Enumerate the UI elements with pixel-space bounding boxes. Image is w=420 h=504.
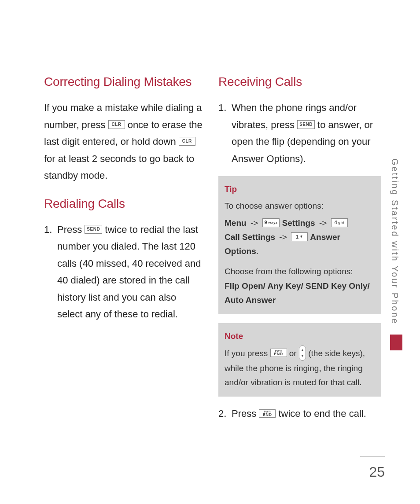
left-column: Correcting Dialing Mistakes If you make …: [44, 75, 203, 431]
end-key-icon: PWR END: [259, 409, 276, 418]
step-number: 1.: [218, 99, 232, 117]
text-fragment: or: [289, 349, 299, 358]
clr-key-icon: CLR: [108, 120, 125, 129]
end-key-icon: PWR END: [270, 349, 287, 357]
key-sub: ✶: [300, 234, 303, 240]
note-body: If you press PWR END or ▴▾ (the side key…: [225, 346, 375, 390]
receiving-steps: 1. When the phone rings and/or vibrates,…: [218, 99, 381, 167]
tip-sequence: Menu -> 9wxyz Settings -> 4ghi Call Sett…: [225, 216, 375, 259]
tip-options: Flip Open/ Any Key/ SEND Key Only/ Auto …: [225, 279, 375, 308]
list-item: 1. When the phone rings and/or vibrates,…: [218, 99, 381, 167]
menu-label: Menu: [225, 218, 247, 228]
send-key-icon: SEND: [85, 225, 102, 234]
step-text: When the phone rings and/or vibrates, pr…: [232, 99, 381, 167]
digit-9-key-icon: 9wxyz: [262, 218, 280, 227]
step-number: 2.: [218, 405, 232, 423]
text-fragment: for at least 2 seconds to go back to sta…: [44, 153, 194, 181]
key-digit: 4: [335, 218, 338, 227]
text-fragment: Press: [232, 408, 259, 419]
key-sub: wxyz: [268, 220, 277, 226]
digit-4-key-icon: 4ghi: [331, 218, 348, 227]
tip-line: To choose answer options:: [225, 199, 375, 213]
note-box: Note If you press PWR END or ▴▾ (the sid…: [218, 323, 381, 397]
tip-line: Choose from the following options:: [225, 265, 375, 279]
arrow-icon: ->: [251, 218, 258, 228]
paragraph-correcting: If you make a mistake while dialing a nu…: [44, 99, 203, 184]
text-fragment: If you press: [225, 349, 270, 358]
list-item: 1. Press SEND twice to redial the last n…: [44, 221, 203, 323]
section-tab-marker: [390, 335, 402, 350]
key-main: END: [274, 352, 283, 356]
send-key-icon: SEND: [297, 120, 315, 129]
page-number: 25: [369, 464, 385, 480]
text-fragment: Press: [57, 224, 85, 235]
clr-key-icon: CLR: [179, 137, 195, 146]
text-fragment: twice to end the call.: [278, 408, 366, 419]
period: .: [256, 246, 258, 256]
call-settings-label: Call Settings: [225, 232, 275, 242]
tip-box: Tip To choose answer options: Menu -> 9w…: [218, 176, 381, 314]
redial-steps: 1. Press SEND twice to redial the last n…: [44, 221, 203, 323]
section-tab-label: Getting Started with Your Phone: [390, 158, 400, 325]
key-main: END: [263, 413, 272, 417]
receiving-step-2: 2. Press PWR END twice to end the call.: [218, 405, 381, 423]
key-sub: ghi: [338, 220, 344, 226]
heading-correcting-dialing-mistakes: Correcting Dialing Mistakes: [44, 75, 203, 89]
manual-page: Getting Started with Your Phone Correcti…: [0, 0, 420, 504]
heading-receiving-calls: Receiving Calls: [218, 75, 381, 89]
arrow-icon: ->: [279, 232, 287, 242]
note-title: Note: [225, 329, 375, 343]
text-fragment: twice to redial the last number you dial…: [57, 224, 201, 320]
right-column: Receiving Calls 1. When the phone rings …: [218, 75, 381, 431]
key-digit: 9: [265, 218, 268, 227]
step-text: Press SEND twice to redial the last numb…: [57, 221, 203, 323]
heading-redialing-calls: Redialing Calls: [44, 197, 203, 211]
arrow-icon: ->: [319, 218, 327, 228]
step-text: Press PWR END twice to end the call.: [232, 405, 381, 423]
key-digit: 1: [296, 233, 299, 241]
list-item: 2. Press PWR END twice to end the call.: [218, 405, 381, 423]
tip-title: Tip: [225, 182, 375, 196]
digit-1-key-icon: 1✶: [291, 232, 308, 241]
step-number: 1.: [44, 221, 57, 239]
settings-label: Settings: [282, 218, 315, 228]
page-number-divider: [360, 456, 385, 456]
side-key-icon: ▴▾: [299, 346, 306, 361]
